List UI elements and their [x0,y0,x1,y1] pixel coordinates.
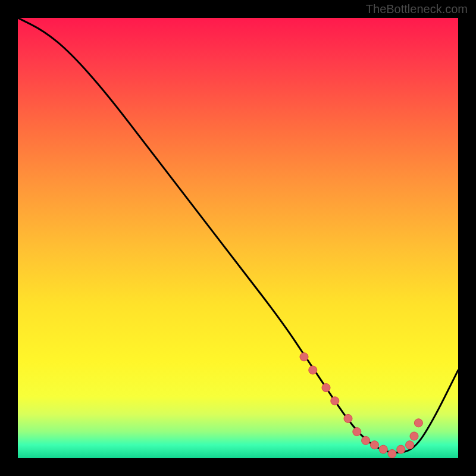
marker-dot [331,397,339,405]
marker-dot [309,366,317,374]
highlight-dots [300,353,422,458]
marker-dot [344,414,352,422]
marker-dot [362,436,370,444]
marker-dot [322,384,330,392]
marker-dot [414,419,422,427]
marker-dot [300,353,308,361]
bottleneck-curve [18,18,458,453]
chart-svg [18,18,458,458]
marker-dot [397,445,405,453]
marker-dot [388,450,396,458]
marker-dot [410,432,418,440]
marker-dot [406,441,414,449]
plot-area [18,18,458,458]
attribution-text: TheBottleneck.com [366,2,468,16]
marker-dot [370,441,378,449]
marker-dot [353,428,361,436]
marker-dot [379,445,387,453]
